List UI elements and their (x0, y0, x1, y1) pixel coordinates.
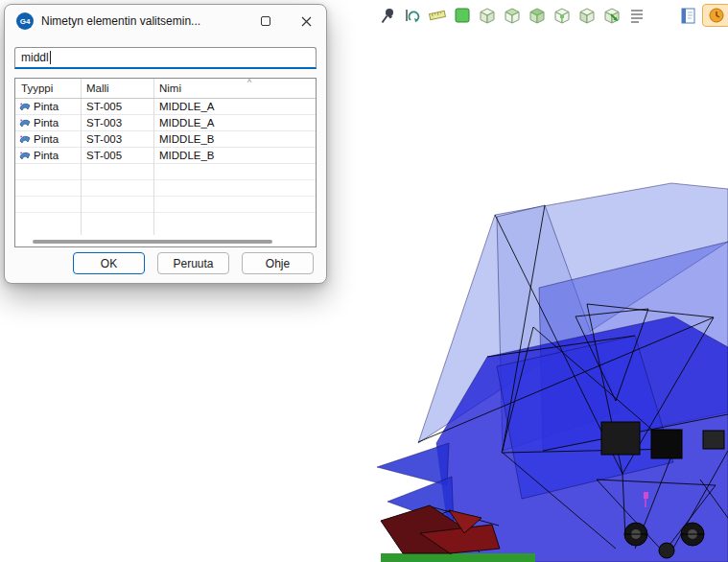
close-button[interactable] (286, 5, 326, 37)
insert-refresh-icon[interactable] (401, 4, 424, 27)
green-strip (381, 553, 535, 562)
toolbar-spacer (650, 4, 675, 27)
report-icon[interactable] (677, 4, 700, 27)
cell-malli: ST-003 (81, 117, 153, 129)
cube-shaded-icon[interactable] (501, 4, 524, 27)
cell-tyyppi: Pinta (34, 117, 59, 129)
cell-tyyppi: Pinta (34, 150, 59, 161)
column-header-tyyppi[interactable]: Tyyppi (15, 82, 81, 94)
dialog-window: G4 Nimetyn elementin valitsemin... middl… (4, 4, 327, 284)
close-icon (301, 16, 312, 27)
clock-icon[interactable] (702, 4, 728, 27)
surface-icon (19, 150, 31, 161)
table-row[interactable]: Pinta ST-005 MIDDLE_A (15, 99, 316, 115)
list-icon[interactable] (625, 4, 648, 27)
cube-light-icon[interactable] (575, 4, 599, 27)
dialog-buttons: OK Peruuta Ohje (73, 252, 314, 274)
cell-malli: ST-003 (81, 133, 153, 145)
column-header-nimi[interactable]: Nimi (153, 82, 316, 94)
maximize-icon (261, 16, 270, 26)
cell-tyyppi: Pinta (34, 101, 59, 112)
table-row[interactable]: Pinta ST-005 MIDDLE_B (15, 148, 316, 164)
viewport-3d[interactable] (372, 173, 728, 562)
sort-indicator-icon: ^ (247, 78, 251, 87)
surface-icon (19, 133, 31, 145)
ok-button[interactable]: OK (73, 252, 145, 274)
ruler-icon[interactable] (426, 4, 449, 27)
empty-row (15, 164, 316, 180)
help-button[interactable]: Ohje (242, 252, 314, 274)
search-value: middl (21, 51, 49, 64)
app-icon: G4 (16, 12, 34, 30)
cell-nimi: MIDDLE_B (153, 150, 316, 161)
dialog-titlebar[interactable]: G4 Nimetyn elementin valitsemin... (5, 5, 326, 37)
surface-icon (19, 117, 31, 129)
column-divider (153, 79, 154, 235)
cube-green-top-icon[interactable] (526, 4, 549, 27)
column-header-malli[interactable]: Malli (81, 82, 153, 94)
cube-icon[interactable] (476, 4, 499, 27)
horizontal-scrollbar[interactable] (33, 240, 272, 244)
empty-row (15, 180, 316, 197)
cell-nimi: MIDDLE_A (153, 101, 316, 112)
main-toolbar (376, 4, 728, 27)
search-input[interactable]: middl (14, 47, 317, 69)
cell-malli: ST-005 (81, 150, 153, 161)
pin-icon[interactable] (376, 4, 399, 27)
cell-tyyppi: Pinta (34, 133, 59, 145)
dialog-title: Nimetyn elementin valitsemin... (41, 14, 246, 28)
maximize-button[interactable] (246, 5, 286, 37)
fill-green-icon[interactable] (451, 4, 474, 27)
cube-plain-icon[interactable] (551, 4, 574, 27)
column-divider (81, 79, 82, 235)
results-table: Tyyppi Malli Nimi ^ Pinta ST-005 MIDDLE_… (14, 78, 317, 247)
cube-export-icon[interactable] (600, 4, 623, 27)
cell-nimi: MIDDLE_A (153, 117, 316, 129)
cell-nimi: MIDDLE_B (153, 133, 316, 145)
table-header: Tyyppi Malli Nimi ^ (15, 79, 316, 99)
cell-malli: ST-005 (81, 101, 153, 112)
table-row[interactable]: Pinta ST-003 MIDDLE_B (15, 131, 316, 148)
surface-icon (19, 101, 31, 112)
empty-row (15, 197, 316, 213)
table-row[interactable]: Pinta ST-003 MIDDLE_A (15, 115, 316, 131)
text-caret (50, 51, 51, 64)
cancel-button[interactable]: Peruuta (157, 252, 229, 274)
